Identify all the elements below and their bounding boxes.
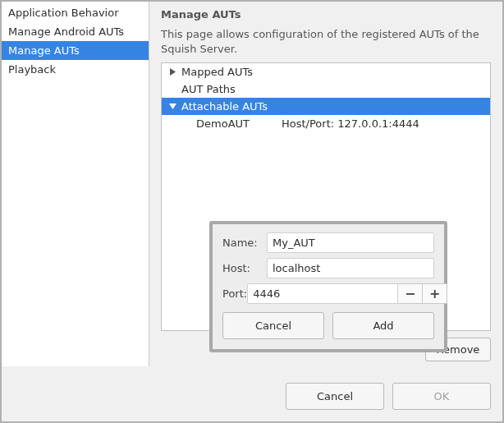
popup-add-button[interactable]: Add: [332, 312, 434, 339]
dialog-footer: Cancel OK: [2, 371, 502, 421]
sidebar-item-manage-auts[interactable]: Manage AUTs: [2, 41, 149, 60]
expand-right-icon[interactable]: [167, 68, 178, 76]
sidebar-item-manage-android-auts[interactable]: Manage Android AUTs: [2, 22, 149, 41]
host-label: Host:: [222, 262, 267, 274]
name-input[interactable]: [267, 232, 434, 253]
cancel-button[interactable]: Cancel: [286, 383, 384, 410]
tree-label: AUT Paths: [181, 83, 236, 95]
page-title: Manage AUTs: [161, 8, 491, 21]
tree-node-aut-paths[interactable]: AUT Paths: [162, 80, 490, 98]
add-aut-popup: Name: Host: Port: − + Cancel Add: [209, 221, 447, 352]
popup-button-row: Cancel Add: [222, 312, 434, 339]
port-spinner: − +: [247, 283, 447, 304]
tree-node-mapped-auts[interactable]: Mapped AUTs: [162, 63, 490, 80]
port-increment-button[interactable]: +: [423, 283, 447, 304]
sidebar-item-playback[interactable]: Playback: [2, 60, 149, 79]
aut-name: DemoAUT: [167, 117, 282, 130]
port-input[interactable]: [247, 283, 398, 304]
aut-hostport: Host/Port: 127.0.0.1:4444: [282, 117, 419, 130]
expand-down-icon[interactable]: [167, 103, 178, 110]
tree-label: Attachable AUTs: [181, 100, 268, 113]
sidebar-item-application-behavior[interactable]: Application Behavior: [2, 3, 149, 22]
tree-node-attachable-auts[interactable]: Attachable AUTs: [162, 98, 490, 115]
minus-icon: −: [405, 286, 415, 301]
port-label: Port:: [222, 287, 247, 300]
plus-icon: +: [429, 286, 440, 301]
settings-window: Application Behavior Manage Android AUTs…: [0, 0, 504, 423]
popup-cancel-button[interactable]: Cancel: [222, 312, 324, 339]
sidebar: Application Behavior Manage Android AUTs…: [2, 2, 149, 366]
tree-entry-demoaut[interactable]: DemoAUT Host/Port: 127.0.0.1:4444: [162, 115, 490, 132]
host-input[interactable]: [267, 258, 434, 278]
page-description: This page allows configuration of the re…: [161, 27, 491, 56]
tree-label: Mapped AUTs: [181, 66, 253, 78]
ok-button[interactable]: OK: [392, 383, 491, 410]
port-decrement-button[interactable]: −: [398, 283, 423, 304]
name-label: Name:: [222, 237, 267, 249]
